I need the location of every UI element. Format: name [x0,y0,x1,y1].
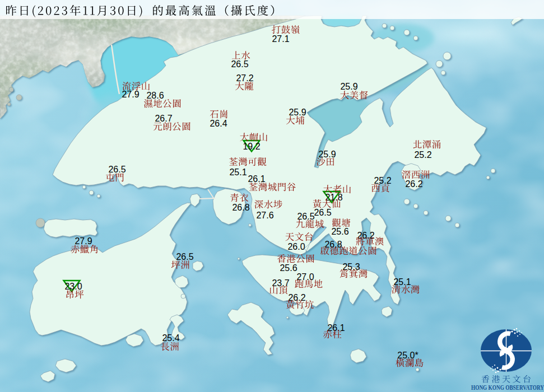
station-value: 26.7 [155,114,172,123]
station-value: 23.0 [64,282,82,291]
station-value: 25.6 [280,263,297,273]
station-value: 26.1 [248,174,265,184]
tsing-ma-bridge [199,198,215,199]
station-value: 28.6 [146,91,164,100]
weather-map: 27.126.527.928.626.727.226.425.925.925.2… [0,0,544,392]
station-value: 25.9 [289,108,306,117]
title-bar [0,0,544,19]
station-value: 25.6 [331,227,348,236]
station-value: 25.4 [162,333,179,343]
station-value: 26.5 [314,208,331,217]
station-value: 25.1 [393,277,411,287]
station-value: 25.2 [414,150,431,160]
station-value: 26.1 [327,323,345,333]
station-value: 25.1 [229,167,247,177]
station-value: 26.5 [297,212,314,221]
station-value: 27.9 [75,236,92,246]
station-value: 26.5 [176,252,193,262]
station-value: 26.5 [108,165,125,174]
hong-kong-temperature-map: 27.126.527.928.626.727.226.425.925.925.2… [0,0,544,392]
station-value: 25.0* [397,351,418,360]
station-value: 27.6 [256,211,273,220]
station-value: 25.9 [340,82,357,91]
station-value: 26.2 [405,179,422,189]
station-value: 26.4 [210,119,227,128]
station-value: 27.9 [122,90,139,99]
station-value: 26.8 [232,203,249,212]
station-value: 25.9 [318,150,336,159]
station-value: 19.2 [243,142,260,151]
station-value: 26.5 [231,59,248,69]
station-value: 25.2 [374,176,391,185]
logo-en-text: HONG KONG OBSERVATORY [471,384,544,391]
station-value: 26.2 [288,293,305,302]
station-value: 26.8 [324,240,342,249]
station-value: 27.2 [236,73,253,83]
station-value: 26.0 [287,242,305,251]
station-value: 27.1 [272,34,289,44]
